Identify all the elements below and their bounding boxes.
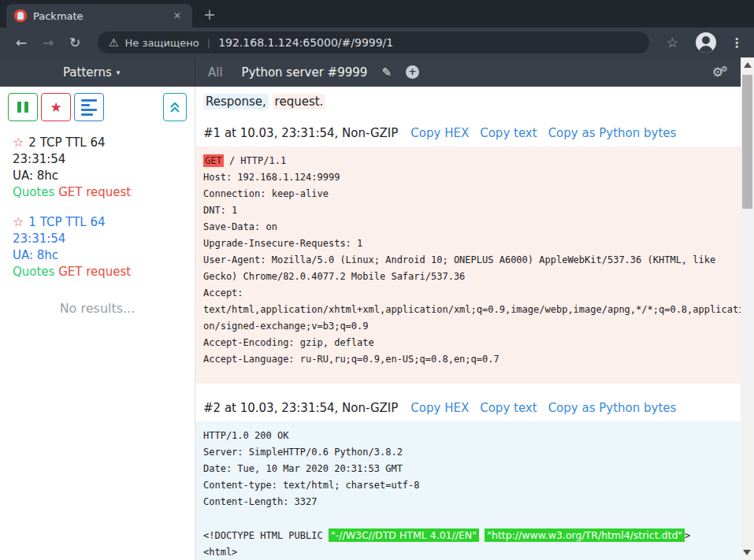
url-separator: |	[207, 37, 210, 49]
url-text[interactable]: 192.168.1.124:65000/#/9999/1	[218, 36, 393, 49]
tab-all[interactable]: All	[208, 65, 223, 80]
copy-hex-link[interactable]: Copy HEX	[410, 401, 469, 415]
bookmark-star-icon[interactable]: ☆	[667, 35, 678, 50]
settings-gears-icon[interactable]: ⚙⚙	[712, 65, 730, 80]
patterns-label: Patterns	[63, 65, 112, 80]
item-title: 2 TCP TTL 64	[28, 135, 105, 150]
scroll-down-arrow[interactable]	[743, 550, 751, 555]
copy-as-python-bytes-link[interactable]: Copy as Python bytes	[548, 126, 677, 140]
chevron-down-icon: ▾	[117, 69, 121, 76]
back-icon[interactable]: ←	[11, 35, 32, 50]
no-results-label: No results...	[0, 301, 195, 316]
capture-list-item[interactable]: ☆1 TCP TTL 6423:31:54UA: 8hcQuotes GET r…	[0, 213, 195, 280]
pattern-tag: Quotes	[13, 265, 54, 279]
copy-text-link[interactable]: Copy text	[480, 401, 537, 415]
summary-request: request.	[273, 94, 326, 109]
item-tags: Quotes GET request	[13, 264, 182, 280]
copy-text-link[interactable]: Copy text	[480, 126, 537, 140]
security-label[interactable]: Не защищено	[125, 37, 199, 49]
browser-tab-strip: Packmate ✕ +	[0, 0, 754, 28]
item-user-agent: UA: 8hc	[13, 168, 182, 184]
copy-hex-link[interactable]: Copy HEX	[410, 126, 469, 140]
item-tags: Quotes GET request	[13, 184, 182, 201]
star-icon: ★	[50, 99, 61, 115]
packet-payload: GET / HTTP/1.1 Host: 192.168.1.124:9999 …	[195, 146, 754, 384]
packet-header: #1 at 10.03, 23:31:54, Non-GZIPCopy HEXC…	[203, 126, 754, 140]
pause-icon	[17, 102, 28, 113]
workspace: ★ ☆2 TCP TTL 6423:31:54UA: 8hcQuotes GET…	[0, 87, 754, 560]
pattern-tag: GET request	[58, 265, 131, 279]
packet-header: #2 at 10.03, 23:31:54, Non-GZIPCopy HEXC…	[203, 401, 754, 415]
page-scrollbar[interactable]	[741, 57, 754, 560]
list-filter-button[interactable]	[74, 93, 104, 121]
favorite-star-icon[interactable]: ☆	[13, 214, 24, 229]
address-bar[interactable]: ⚠ Не защищено | 192.168.1.124:65000/#/99…	[98, 32, 649, 54]
pattern-match-green: "http://www.w3.org/TR/html4/strict.dtd"	[485, 528, 685, 542]
edit-pencil-icon[interactable]: ✎	[381, 65, 392, 80]
packmate-favicon-icon	[14, 9, 27, 22]
browser-menu-icon[interactable]: ⋮	[730, 35, 743, 50]
packet-view: Response, request. #1 at 10.03, 23:31:54…	[195, 87, 754, 560]
item-time: 23:31:54	[13, 151, 182, 168]
browser-tab[interactable]: Packmate ✕	[6, 4, 192, 28]
sidebar: ★ ☆2 TCP TTL 6423:31:54UA: 8hcQuotes GET…	[0, 87, 195, 560]
double-chevron-up-icon	[169, 101, 180, 114]
refresh-icon[interactable]: ↻	[65, 35, 85, 50]
forward-icon[interactable]: →	[38, 35, 58, 50]
packet-body-request: GET / HTTP/1.1 Host: 192.168.1.124:9999 …	[195, 146, 754, 384]
patterns-dropdown[interactable]: Patterns ▾	[0, 57, 195, 87]
scroll-up-arrow[interactable]	[744, 62, 752, 68]
item-title: 1 TCP TTL 64	[28, 215, 105, 229]
copy-as-python-bytes-link[interactable]: Copy as Python bytes	[548, 401, 677, 415]
packet-body-response: HTTP/1.0 200 OK Server: SimpleHTTP/0.6 P…	[195, 421, 754, 560]
sidebar-toolbar: ★	[0, 93, 195, 121]
favorite-star-icon[interactable]: ☆	[13, 135, 24, 150]
favorites-filter-button[interactable]: ★	[41, 93, 71, 121]
browser-toolbar: ← → ↻ ⚠ Не защищено | 192.168.1.124:6500…	[0, 28, 754, 57]
summary-response: Response,	[203, 94, 269, 109]
stream-tabs: All Python server #9999 ✎ + ⚙⚙	[195, 57, 754, 87]
tab-python-server[interactable]: Python server #9999	[242, 65, 368, 80]
tab-close-icon[interactable]: ✕	[170, 9, 184, 23]
capture-list: ☆2 TCP TTL 6423:31:54UA: 8hcQuotes GET r…	[0, 134, 195, 280]
pause-capture-button[interactable]	[8, 93, 38, 121]
capture-list-item[interactable]: ☆2 TCP TTL 6423:31:54UA: 8hcQuotes GET r…	[0, 134, 195, 201]
packet-payload: HTTP/1.0 200 OK Server: SimpleHTTP/0.6 P…	[195, 421, 754, 560]
app-header: Patterns ▾ All Python server #9999 ✎ + ⚙…	[0, 57, 754, 87]
item-user-agent: UA: 8hc	[13, 247, 182, 264]
profile-avatar[interactable]	[696, 32, 716, 53]
not-secure-warning-icon: ⚠	[109, 36, 119, 49]
pattern-match-green: "-//W3C//DTD HTML 4.01//EN"	[329, 528, 479, 542]
add-service-button[interactable]: +	[406, 65, 419, 79]
filter-summary: Response, request.	[203, 95, 754, 109]
tab-title: Packmate	[33, 10, 170, 22]
align-left-icon	[81, 99, 97, 116]
collapse-panel-button[interactable]	[163, 93, 187, 121]
pattern-tag: Quotes	[13, 185, 54, 199]
item-time: 23:31:54	[13, 231, 182, 247]
scrollbar-thumb[interactable]	[742, 75, 752, 209]
packet-list: #1 at 10.03, 23:31:54, Non-GZIPCopy HEXC…	[195, 126, 754, 560]
pattern-match-red: GET	[203, 154, 224, 167]
packet-meta: #1 at 10.03, 23:31:54, Non-GZIP	[203, 126, 398, 140]
packet-meta: #2 at 10.03, 23:31:54, Non-GZIP	[203, 401, 398, 415]
new-tab-button[interactable]: +	[203, 6, 216, 23]
pattern-tag: GET request	[58, 185, 131, 199]
